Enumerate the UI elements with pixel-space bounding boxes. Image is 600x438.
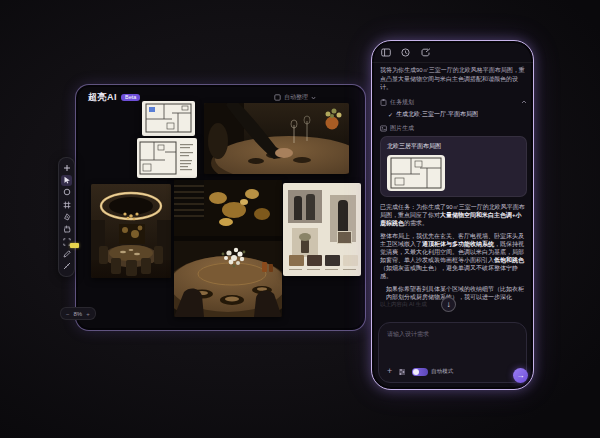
generation-card-title: 北欧三居平面布局图 [387, 142, 520, 151]
canvas-image-floorplan-2[interactable] [137, 138, 197, 178]
moodboard-caption [343, 269, 356, 270]
desktop-background: 超亮AI Beta 自动整理 [0, 0, 600, 438]
send-arrow-icon: → [517, 371, 525, 380]
frame-tool-icon[interactable] [61, 199, 72, 210]
pen-tool-icon[interactable] [61, 211, 72, 222]
chevron-up-icon[interactable] [521, 100, 527, 104]
moodboard-caption [289, 269, 302, 270]
app-logo: 超亮AI Beta [88, 91, 140, 104]
moodboard-photo-flowers [292, 228, 318, 257]
image-gen-title: 图片生成 [390, 124, 414, 133]
moodboard-swatch-3 [325, 255, 340, 266]
clipboard-icon [380, 99, 387, 106]
zoom-out-button[interactable]: − [66, 311, 70, 317]
canvas-app-window: 超亮AI Beta 自动整理 [75, 84, 366, 331]
chat-scroll-area[interactable]: 我将为你生成90㎡三室一厅的北欧风格平面布局图，重点凸显大量储物空间与米白主色调… [380, 66, 527, 300]
moodboard-photo-small [337, 231, 352, 244]
pencil-tool-icon[interactable] [61, 248, 72, 259]
task-plan-section-header[interactable]: 任务规划 [380, 98, 527, 107]
beta-badge: Beta [121, 94, 140, 102]
zoom-control: − 8% + [60, 307, 96, 320]
board-icon [274, 94, 281, 101]
canvas-image-dining-table-hand[interactable] [204, 103, 349, 174]
image-icon [380, 125, 387, 132]
canvas-image-floorplan-1[interactable] [142, 101, 195, 136]
zoom-level-value: 8% [74, 311, 83, 317]
topbar-divider [372, 62, 533, 63]
result-paragraph-1: 已完成任务：为你生成了90㎡三室一厅的北欧风平面布局图，重点回应了你对大量储物空… [380, 203, 527, 227]
canvas-image-dining-room[interactable] [91, 184, 171, 278]
input-toolbar: + 自动模式 [387, 367, 520, 376]
canvas-toolbar [58, 157, 75, 277]
moodboard-swatch-2 [307, 255, 322, 266]
shape-tool-icon[interactable] [61, 187, 72, 198]
measure-tool-icon[interactable] [61, 261, 72, 272]
moodboard-swatch-1 [289, 255, 304, 266]
check-icon: ✓ [388, 111, 393, 118]
history-icon[interactable] [400, 47, 411, 58]
down-arrow-icon: ↓ [447, 301, 451, 309]
prompt-placeholder: 请输入设计需求 [387, 330, 518, 339]
zoom-in-button[interactable]: + [86, 311, 90, 317]
generation-card[interactable]: 北欧三居平面布局图 [380, 136, 527, 197]
chevron-down-icon [311, 96, 316, 100]
prompt-input-box[interactable]: 请输入设计需求 + 自动模式 → [378, 322, 527, 383]
ai-disclaimer-text: 以上内容由 AI 生成 [380, 301, 427, 308]
add-tool-icon[interactable] [61, 162, 72, 173]
toggle-switch[interactable] [412, 368, 428, 376]
task-item-label: 生成北欧·三室一厅·平面布局图 [396, 110, 478, 119]
auto-mode-toggle[interactable]: 自动模式 [412, 368, 453, 376]
scroll-to-bottom-button[interactable]: ↓ [441, 297, 456, 312]
result-paragraph-3: 如果你希望看到具体某个区域的收纳细节（比如衣柜内部划分或厨房储物系统），我可以进… [386, 285, 527, 301]
moodboard-swatch-4 [343, 255, 358, 266]
canvas-image-moodboard[interactable] [283, 183, 361, 276]
task-item[interactable]: ✓ 生成北欧·三室一厅·平面布局图 [388, 110, 527, 119]
task-plan-title: 任务规划 [390, 98, 414, 107]
sidebar-toggle-icon[interactable] [380, 47, 391, 58]
assistant-intro-message: 我将为你生成90㎡三室一厅的北欧风格平面布局图，重点凸显大量储物空间与米白主色调… [380, 66, 527, 92]
board-menu-dropdown[interactable]: 自动整理 [274, 93, 316, 102]
settings-sliders-icon[interactable] [398, 368, 406, 376]
result-paragraph-2: 整体布局上，我优先在玄关、客厅电视墙、卧室床头及主卫区域嵌入了通顶柜体与多功能收… [380, 232, 527, 280]
assistant-panel: 我将为你生成90㎡三室一厅的北欧风格平面布局图，重点凸显大量储物空间与米白主色调… [371, 40, 534, 390]
hand-tool-icon[interactable] [61, 224, 72, 235]
generated-floorplan-thumbnail[interactable] [387, 155, 445, 191]
attach-plus-button[interactable]: + [387, 367, 392, 376]
app-logo-text: 超亮AI [88, 91, 117, 104]
toolbar-new-badge [70, 243, 79, 248]
new-chat-icon[interactable] [420, 47, 431, 58]
assistant-topbar [380, 47, 431, 58]
moodboard-caption [307, 269, 320, 270]
canvas-image-dining-closeup[interactable] [174, 180, 282, 317]
auto-mode-label: 自动模式 [431, 368, 453, 375]
cursor-tool-icon[interactable] [61, 175, 72, 186]
toggle-knob [413, 369, 419, 375]
moodboard-photo-figures [288, 190, 322, 223]
image-gen-section-header[interactable]: 图片生成 [380, 124, 527, 133]
send-button[interactable]: → [513, 368, 528, 383]
moodboard-caption [325, 269, 338, 270]
board-menu-label: 自动整理 [284, 93, 308, 102]
